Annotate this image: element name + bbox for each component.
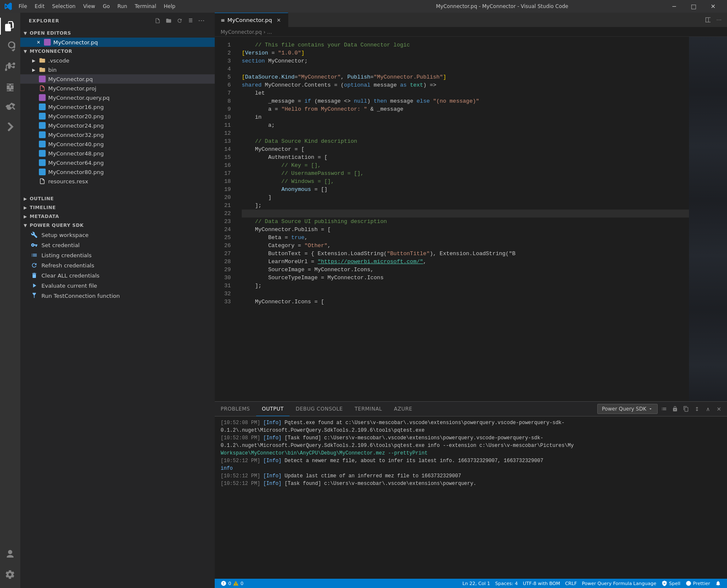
clear-credentials-label: Clear ALL credentials bbox=[41, 272, 99, 279]
activity-explorer[interactable] bbox=[0, 16, 20, 36]
pq-sdk-label: Power Query SDK bbox=[30, 223, 84, 228]
status-spell[interactable]: Spell bbox=[659, 579, 683, 588]
code-content[interactable]: // This file contains your Data Connecto… bbox=[236, 37, 689, 401]
myconnector-24-png[interactable]: ▶ MyConnector24.png bbox=[20, 121, 215, 130]
status-errors[interactable]: 0 0 bbox=[218, 579, 246, 588]
activity-settings[interactable] bbox=[0, 564, 20, 585]
line-num-23: 23 bbox=[215, 218, 231, 226]
panel-dropdown[interactable]: Power Query SDK bbox=[597, 404, 658, 414]
myconnector-16-png[interactable]: ▶ MyConnector16.png bbox=[20, 102, 215, 112]
vscode-folder[interactable]: ▶ .vscode bbox=[20, 56, 215, 65]
tab-problems[interactable]: PROBLEMS bbox=[215, 402, 256, 416]
myconnector-pq-file[interactable]: ▶ MyConnector.pq bbox=[20, 74, 215, 84]
new-file-button[interactable] bbox=[153, 16, 162, 25]
more-actions-button[interactable]: ··· bbox=[197, 16, 206, 25]
status-encoding[interactable]: UTF-8 with BOM bbox=[520, 579, 563, 588]
open-editor-myconnector[interactable]: ✕ MyConnector.pq bbox=[20, 38, 215, 47]
activity-extensions[interactable] bbox=[0, 97, 20, 117]
outline-section[interactable]: Outline bbox=[20, 194, 215, 203]
tab-azure[interactable]: AZURE bbox=[388, 402, 418, 416]
bin-folder-name: bin bbox=[48, 67, 57, 73]
status-language[interactable]: Power Query Formula Language bbox=[579, 579, 659, 588]
status-bar: 0 0 Ln 22, Col 1 Spaces: 4 UTF-8 with BO… bbox=[215, 579, 727, 588]
refresh-explorer-button[interactable] bbox=[175, 16, 184, 25]
maximize-button[interactable]: □ bbox=[684, 0, 703, 13]
code-line-15: Authentication = [ bbox=[242, 153, 689, 161]
open-editor-name: MyConnector.pq bbox=[53, 39, 98, 46]
code-line-2: [Version = "1.0.0"] bbox=[242, 49, 689, 57]
png20-name: MyConnector20.png bbox=[48, 113, 104, 120]
clear-credentials-item[interactable]: Clear ALL credentials bbox=[20, 270, 215, 280]
menu-item-edit[interactable]: Edit bbox=[31, 3, 48, 10]
status-spaces[interactable]: Spaces: 4 bbox=[493, 579, 520, 588]
tab-output[interactable]: OUTPUT bbox=[256, 402, 290, 416]
myconnector-20-png[interactable]: ▶ MyConnector20.png bbox=[20, 112, 215, 121]
set-credential-item[interactable]: Set credential bbox=[20, 240, 215, 250]
collapse-all-button[interactable] bbox=[186, 16, 195, 25]
menu-item-view[interactable]: View bbox=[80, 3, 98, 10]
minimize-button[interactable]: ─ bbox=[664, 0, 684, 13]
png32-name: MyConnector32.png bbox=[48, 132, 104, 138]
menu-item-file[interactable]: File bbox=[15, 3, 30, 10]
menu-item-run[interactable]: Run bbox=[114, 3, 131, 10]
settings-icon bbox=[5, 569, 15, 580]
bin-folder[interactable]: ▶ bin bbox=[20, 65, 215, 74]
clear-output-button[interactable] bbox=[659, 404, 669, 414]
metadata-section[interactable]: Metadata bbox=[20, 212, 215, 221]
code-line-33: MyConnector.Icons = [ bbox=[242, 298, 689, 306]
tab-myconnector-pq[interactable]: ≡ MyConnector.pq ✕ bbox=[215, 13, 288, 27]
pq-sdk-section[interactable]: Power Query SDK bbox=[20, 221, 215, 230]
myconnector-32-png[interactable]: ▶ MyConnector32.png bbox=[20, 130, 215, 139]
panel-up-button[interactable]: ∧ bbox=[703, 404, 713, 414]
status-position[interactable]: Ln 22, Col 1 bbox=[460, 579, 493, 588]
status-notifications[interactable] bbox=[713, 579, 724, 588]
menu-item-selection[interactable]: Selection bbox=[49, 3, 79, 10]
png20-icon bbox=[39, 113, 46, 120]
myconnector-query-pq-name: MyConnector.query.pq bbox=[48, 95, 109, 101]
activity-testing[interactable] bbox=[0, 117, 20, 138]
tab-debug-console[interactable]: DEBUG CONSOLE bbox=[290, 402, 349, 416]
myconnector-40-png[interactable]: ▶ MyConnector40.png bbox=[20, 139, 215, 149]
activity-search[interactable] bbox=[0, 36, 20, 57]
new-folder-button[interactable] bbox=[164, 16, 173, 25]
resources-resx-file[interactable]: ▶ resources.resx bbox=[20, 177, 215, 186]
refresh-credentials-item[interactable]: Refresh credentials bbox=[20, 260, 215, 270]
myconnector-query-pq[interactable]: ▶ MyConnector.query.pq bbox=[20, 93, 215, 102]
activity-source-control[interactable] bbox=[0, 57, 20, 77]
panel-close-button[interactable]: ✕ bbox=[714, 404, 724, 414]
scroll-lock-button[interactable]: ↕ bbox=[692, 404, 702, 414]
line-num-7: 7 bbox=[215, 89, 231, 97]
listing-credentials-item[interactable]: Listing credentials bbox=[20, 250, 215, 260]
evaluate-file-item[interactable]: Evaluate current file bbox=[20, 280, 215, 291]
project-section[interactable]: MyConnector bbox=[20, 47, 215, 56]
code-line-21: ]; bbox=[242, 201, 689, 210]
run-testconnection-item[interactable]: Run TestConnection function bbox=[20, 291, 215, 301]
code-line-3: section MyConnector; bbox=[242, 57, 689, 65]
tab-terminal[interactable]: TERMINAL bbox=[349, 402, 388, 416]
menu-item-help[interactable]: Help bbox=[161, 3, 179, 10]
close-button[interactable]: ✕ bbox=[703, 0, 723, 13]
activity-debug[interactable] bbox=[0, 77, 20, 97]
setup-workspace-item[interactable]: Setup workspace bbox=[20, 230, 215, 240]
copy-output-button[interactable] bbox=[681, 404, 691, 414]
bin-arrow: ▶ bbox=[32, 68, 37, 72]
activity-account[interactable] bbox=[0, 544, 20, 564]
warning-icon bbox=[233, 580, 239, 586]
myconnector-64-png[interactable]: ▶ MyConnector64.png bbox=[20, 158, 215, 167]
line-num-14: 14 bbox=[215, 145, 231, 153]
menu-item-terminal[interactable]: Terminal bbox=[131, 3, 160, 10]
menu-item-go[interactable]: Go bbox=[99, 3, 113, 10]
myconnector-80-png[interactable]: ▶ MyConnector80.png bbox=[20, 167, 215, 177]
timeline-section[interactable]: Timeline bbox=[20, 203, 215, 212]
lock-output-button[interactable] bbox=[670, 404, 680, 414]
myconnector-proj-file[interactable]: ▶ MyConnector.proj bbox=[20, 84, 215, 93]
status-prettier[interactable]: Prettier bbox=[683, 579, 713, 588]
split-editor-button[interactable] bbox=[703, 15, 713, 24]
open-editors-section[interactable]: Open Editors bbox=[20, 29, 215, 38]
tab-close-button[interactable]: ✕ bbox=[275, 17, 282, 24]
close-myconnector-button[interactable]: ✕ bbox=[36, 39, 41, 45]
more-editor-button[interactable]: ··· bbox=[714, 15, 724, 24]
png16-icon bbox=[39, 103, 46, 110]
status-line-endings[interactable]: CRLF bbox=[563, 579, 579, 588]
myconnector-48-png[interactable]: ▶ MyConnector48.png bbox=[20, 149, 215, 158]
